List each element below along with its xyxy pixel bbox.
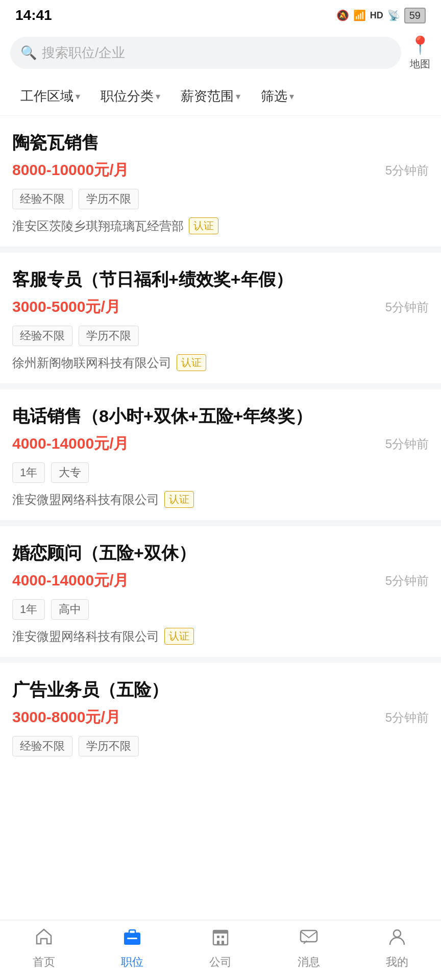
job-tag-2-0: 1年 [12, 462, 45, 483]
nav-jobs-label: 职位 [121, 954, 143, 970]
search-icon: 🔍 [20, 45, 37, 61]
job-tag-4-1: 学历不限 [79, 736, 139, 756]
map-icon: 📍 [409, 35, 431, 55]
filter-work-area-arrow: ▾ [76, 91, 80, 102]
verified-badge-1: 认证 [177, 354, 206, 371]
job-salary-row-2: 4000-14000元/月 5分钟前 [12, 433, 429, 454]
nav-messages-label: 消息 [298, 954, 320, 970]
nav-home-label: 首页 [33, 954, 55, 970]
nav-company[interactable]: 公司 [177, 926, 265, 970]
job-tag-2-1: 大专 [51, 462, 89, 483]
job-salary-row-0: 8000-10000元/月 5分钟前 [12, 160, 429, 181]
job-card-4[interactable]: 广告业务员（五险） 3000-8000元/月 5分钟前 经验不限 学历不限 [0, 663, 441, 777]
job-tags-4: 经验不限 学历不限 [12, 736, 429, 756]
bottom-nav: 首页 职位 公司 [0, 920, 441, 980]
home-icon [34, 926, 54, 951]
job-company-row-1: 徐州新阁物联网科技有限公司 认证 [12, 354, 429, 371]
job-tags-3: 1年 高中 [12, 599, 429, 620]
filter-job-type-arrow: ▾ [156, 91, 160, 102]
svg-rect-1 [129, 930, 135, 934]
status-time: 14:41 [15, 7, 52, 23]
filter-more[interactable]: 筛选 ▾ [251, 82, 304, 110]
job-tag-1-1: 学历不限 [79, 326, 139, 346]
job-card-1[interactable]: 客服专员（节日福利+绩效奖+年假） 3000-5000元/月 5分钟前 经验不限… [0, 253, 441, 389]
verified-badge-3: 认证 [164, 628, 194, 645]
job-tag-0-1: 学历不限 [79, 189, 139, 209]
job-card-0[interactable]: 陶瓷瓦销售 8000-10000元/月 5分钟前 经验不限 学历不限 淮安区茨陵… [0, 116, 441, 253]
search-input-wrapper[interactable]: 🔍 搜索职位/企业 [10, 37, 401, 69]
map-button[interactable]: 📍 地图 [409, 35, 431, 71]
job-title-1: 客服专员（节日福利+绩效奖+年假） [12, 268, 429, 291]
job-title-0: 陶瓷瓦销售 [12, 131, 429, 155]
job-tags-0: 经验不限 学历不限 [12, 189, 429, 209]
job-salary-row-4: 3000-8000元/月 5分钟前 [12, 707, 429, 728]
job-salary-row-3: 4000-14000元/月 5分钟前 [12, 570, 429, 591]
nav-mine-label: 我的 [386, 954, 408, 970]
job-time-2: 5分钟前 [385, 436, 429, 452]
status-icons: 🔕 📶 HD 📡 59 [336, 8, 426, 23]
company-name-1: 徐州新阁物联网科技有限公司 [12, 355, 172, 371]
svg-rect-4 [217, 936, 219, 938]
search-bar-container: 🔍 搜索职位/企业 📍 地图 [0, 29, 441, 77]
job-title-4: 广告业务员（五险） [12, 678, 429, 702]
job-tags-2: 1年 大专 [12, 462, 429, 483]
job-salary-row-1: 3000-5000元/月 5分钟前 [12, 297, 429, 317]
job-time-3: 5分钟前 [385, 573, 429, 589]
map-label: 地图 [410, 57, 430, 71]
hd-icon: HD [370, 10, 383, 21]
job-tags-1: 经验不限 学历不限 [12, 326, 429, 346]
nav-company-label: 公司 [209, 954, 232, 970]
job-tag-4-0: 经验不限 [12, 736, 72, 756]
jobs-icon [122, 926, 142, 951]
battery-indicator: 59 [404, 8, 426, 23]
filter-job-type[interactable]: 职位分类 ▾ [90, 82, 170, 110]
svg-point-11 [394, 930, 401, 937]
nav-jobs[interactable]: 职位 [88, 926, 177, 970]
job-card-3[interactable]: 婚恋顾问（五险+双休） 4000-14000元/月 5分钟前 1年 高中 淮安微… [0, 526, 441, 663]
company-name-0: 淮安区茨陵乡琪翔琉璃瓦经营部 [12, 218, 184, 234]
job-title-2: 电话销售（8小时+双休+五险+年终奖） [12, 405, 429, 428]
filter-job-type-label: 职位分类 [101, 87, 154, 105]
filter-more-label: 筛选 [261, 87, 287, 105]
svg-rect-7 [222, 941, 224, 945]
nav-home[interactable]: 首页 [0, 926, 88, 970]
job-tag-3-0: 1年 [12, 599, 45, 620]
nav-messages[interactable]: 消息 [264, 926, 353, 970]
job-tag-1-0: 经验不限 [12, 326, 72, 346]
job-company-row-3: 淮安微盟网络科技有限公司 认证 [12, 628, 429, 645]
messages-icon [299, 926, 319, 951]
job-tag-0-0: 经验不限 [12, 189, 72, 209]
filter-salary-range[interactable]: 薪资范围 ▾ [170, 82, 251, 110]
filter-work-area[interactable]: 工作区域 ▾ [10, 82, 90, 110]
filter-salary-range-arrow: ▾ [236, 91, 240, 102]
company-icon [210, 926, 231, 951]
job-tag-3-1: 高中 [51, 599, 89, 620]
status-bar: 14:41 🔕 📶 HD 📡 59 [0, 0, 441, 29]
svg-rect-9 [301, 930, 317, 942]
wifi-icon: 📶 [353, 9, 366, 21]
svg-rect-8 [213, 930, 228, 934]
job-salary-1: 3000-5000元/月 [12, 297, 120, 317]
signal-icon: 📡 [387, 9, 400, 21]
job-time-4: 5分钟前 [385, 709, 429, 726]
filter-salary-range-label: 薪资范围 [181, 87, 234, 105]
job-company-row-0: 淮安区茨陵乡琪翔琉璃瓦经营部 认证 [12, 217, 429, 234]
filter-more-arrow: ▾ [289, 91, 294, 102]
company-name-2: 淮安微盟网络科技有限公司 [12, 492, 159, 508]
mine-icon [387, 926, 407, 951]
job-list: 陶瓷瓦销售 8000-10000元/月 5分钟前 经验不限 学历不限 淮安区茨陵… [0, 116, 441, 777]
svg-rect-6 [217, 941, 219, 945]
job-salary-0: 8000-10000元/月 [12, 160, 129, 181]
job-time-0: 5分钟前 [385, 162, 429, 179]
job-salary-4: 3000-8000元/月 [12, 707, 120, 728]
search-placeholder: 搜索职位/企业 [42, 44, 125, 62]
job-time-1: 5分钟前 [385, 299, 429, 315]
verified-badge-2: 认证 [164, 491, 194, 508]
verified-badge-0: 认证 [189, 217, 218, 234]
svg-rect-5 [222, 936, 224, 938]
job-salary-2: 4000-14000元/月 [12, 433, 129, 454]
job-card-2[interactable]: 电话销售（8小时+双休+五险+年终奖） 4000-14000元/月 5分钟前 1… [0, 389, 441, 526]
filter-work-area-label: 工作区域 [20, 87, 74, 105]
job-title-3: 婚恋顾问（五险+双休） [12, 542, 429, 565]
nav-mine[interactable]: 我的 [353, 926, 441, 970]
